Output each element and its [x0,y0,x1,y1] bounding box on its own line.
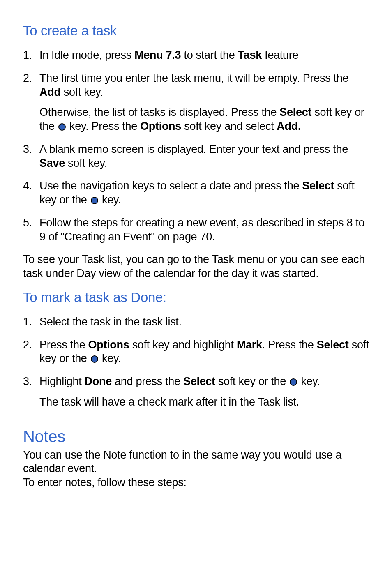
create-task-list: 1. In Idle mode, press Menu 7.3 to start… [23,48,369,244]
select-softkey: Select [279,106,311,118]
text: feature [262,49,298,61]
text: Press the [39,339,88,351]
sub-paragraph: The task will have a check mark after it… [39,395,369,409]
notes-paragraph-1: You can use the Note function to in the … [23,448,369,476]
list-number: 1. [23,315,39,329]
done-option: Done [85,375,112,387]
list-number: 2. [23,338,39,366]
text: Highlight [39,375,85,387]
text: soft key. [61,86,103,98]
text: soft key or the [215,375,289,387]
list-body: In Idle mode, press Menu 7.3 to start th… [39,48,369,62]
list-number: 3. [23,143,39,171]
list-item: 4. Use the navigation keys to select a d… [23,179,369,207]
list-item: 2. Press the Options soft key and highli… [23,338,369,366]
heading-notes: Notes [23,427,369,446]
text: The first time you enter the task menu, … [39,72,348,84]
text: Use the navigation keys to select a date… [39,180,302,192]
notes-paragraph-2: To enter notes, follow these steps: [23,476,369,490]
text: key. Press the [67,120,140,132]
text: soft key. [65,157,107,169]
list-body: A blank memo screen is displayed. Enter … [39,143,369,171]
text: soft key and highlight [129,339,236,351]
list-number: 2. [23,71,39,134]
list-item: 3. Highlight Done and press the Select s… [23,375,369,409]
text: key. [99,194,121,206]
select-softkey: Select [317,339,349,351]
text: A blank memo screen is displayed. Enter … [39,143,348,155]
text: Select the task in the task list. [39,316,182,328]
list-item: 1. In Idle mode, press Menu 7.3 to start… [23,48,369,62]
add-option: Add. [277,120,301,132]
list-body: Press the Options soft key and highlight… [39,338,369,366]
select-softkey: Select [183,375,215,387]
text: Otherwise, the list of tasks is displaye… [39,106,279,118]
text: and press the [112,375,183,387]
text: soft key and select [181,120,277,132]
text: Follow the steps for creating a new even… [39,217,364,243]
list-number: 3. [23,375,39,409]
mark-option: Mark [237,339,262,351]
list-body: Follow the steps for creating a new even… [39,216,369,244]
save-softkey: Save [39,157,65,169]
heading-create-task: To create a task [23,23,369,39]
ok-key-icon [91,355,98,363]
text: In Idle mode, press [39,49,134,61]
list-body: Use the navigation keys to select a date… [39,179,369,207]
list-number: 4. [23,179,39,207]
text: key. [99,352,121,364]
sub-paragraph: Otherwise, the list of tasks is displaye… [39,106,369,134]
list-number: 5. [23,216,39,244]
list-number: 1. [23,48,39,62]
text: to start the [181,49,238,61]
ok-key-icon [58,123,66,131]
list-body: Highlight Done and press the Select soft… [39,375,369,409]
paragraph-task-list-note: To see your Task list, you can go to the… [23,253,369,281]
ok-key-icon [91,197,98,204]
text: key. [298,375,320,387]
mark-done-list: 1. Select the task in the task list. 2. … [23,315,369,409]
list-item: 2. The first time you enter the task men… [23,71,369,134]
select-softkey: Select [302,180,334,192]
options-softkey: Options [88,339,129,351]
list-body: The first time you enter the task menu, … [39,71,369,134]
task-feature: Task [238,49,262,61]
list-item: 1. Select the task in the task list. [23,315,369,329]
options-softkey: Options [140,120,181,132]
heading-mark-done: To mark a task as Done: [23,290,369,305]
list-item: 3. A blank memo screen is displayed. Ent… [23,143,369,171]
text: . Press the [262,339,317,351]
menu-ref: Menu 7.3 [134,49,181,61]
list-body: Select the task in the task list. [39,315,369,329]
ok-key-icon [290,378,297,386]
add-softkey: Add [39,86,61,98]
list-item: 5. Follow the steps for creating a new e… [23,216,369,244]
